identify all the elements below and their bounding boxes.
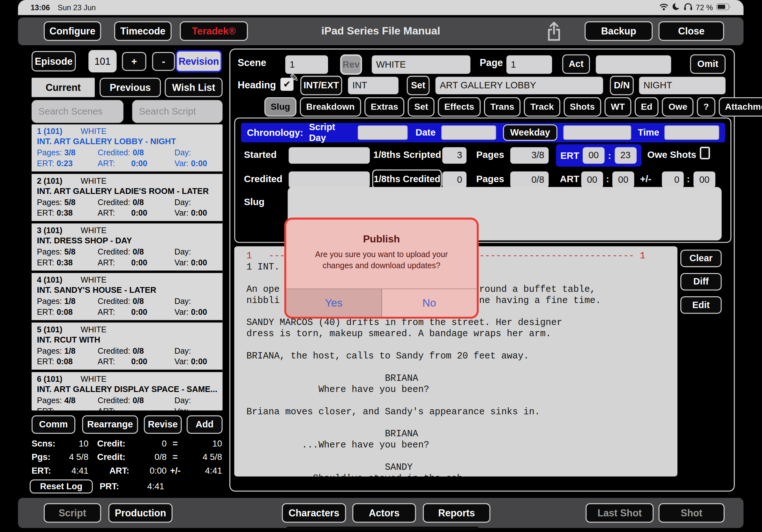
scene-stat-value: 5/8 <box>64 198 76 206</box>
tab-question[interactable]: ? <box>697 97 716 117</box>
diff-button[interactable]: Diff <box>680 273 722 291</box>
credited-field[interactable] <box>289 171 370 188</box>
scene-list-item[interactable]: 5 (101)WHITEINT. RCUT WITHPages:1/8Credi… <box>32 322 223 372</box>
omit-button[interactable]: Omit <box>690 54 725 74</box>
owe-shots-checkbox[interactable] <box>700 147 710 160</box>
clear-button[interactable]: Clear <box>680 250 722 267</box>
close-button[interactable]: Close <box>658 21 724 41</box>
configure-button[interactable]: Configure <box>44 21 101 41</box>
episode-button[interactable]: Episode <box>32 51 76 71</box>
heading-edit-checkbox-icon[interactable]: ✔ ✎ <box>280 78 294 91</box>
int-ext-button[interactable]: INT/EXT <box>300 76 342 96</box>
tab-wish-list[interactable]: Wish List <box>165 78 222 97</box>
tab-owe[interactable]: Owe <box>662 97 694 117</box>
yes-button[interactable]: Yes <box>286 289 382 317</box>
reset-log-button[interactable]: Reset Log <box>30 479 93 494</box>
script-line: Briana moves closer, and Sandy's appeara… <box>246 406 677 418</box>
set-field[interactable]: ART GALLERY LOBBY <box>435 77 603 95</box>
scene-stat-label: Var: <box>175 407 189 411</box>
variance-hours-field[interactable]: 0 <box>662 171 684 188</box>
script-day-label: Script Day <box>309 122 352 143</box>
scene-stats-row: ERT:0:08ART:0:00Var:0:00 <box>37 307 223 317</box>
teradek-button[interactable]: Teradek® <box>180 21 248 41</box>
tab-set[interactable]: Set <box>408 97 434 117</box>
tab-previous[interactable]: Previous <box>100 78 161 97</box>
tab-wt[interactable]: WT <box>605 97 631 117</box>
time-field[interactable] <box>665 125 719 140</box>
bottom-tab-script[interactable]: Script <box>44 503 101 523</box>
tab-ed[interactable]: Ed <box>635 97 659 117</box>
timecode-button[interactable]: Timecode <box>114 21 172 41</box>
scene-title: INT. DRESS SHOP - DAY <box>37 236 223 245</box>
shot-button[interactable]: Shot <box>658 503 725 523</box>
tab-slug[interactable]: Slug <box>264 97 296 117</box>
add-button[interactable]: Add <box>187 415 223 434</box>
revise-button[interactable]: Revise <box>144 415 182 434</box>
eighths-credited-button[interactable]: 1/8ths Credited <box>372 170 442 189</box>
scene-list-item[interactable]: 1 (101)WHITEINT. ART GALLERY LOBBY - NIG… <box>32 124 223 174</box>
no-button[interactable]: No <box>382 289 477 317</box>
tab-attachments[interactable]: Attachments <box>719 97 762 117</box>
scene-stat-cell: ERT:0:08 <box>37 307 98 317</box>
scene-list-item[interactable]: 4 (101)WHITEINT. SANDY'S HOUSE - LATERPa… <box>32 273 223 322</box>
act-button[interactable]: Act <box>562 54 590 74</box>
scene-list-item[interactable]: 3 (101)WHITEINT. DRESS SHOP - DAYPages:5… <box>32 224 223 273</box>
scene-rev-color: WHITE <box>81 226 107 234</box>
characters-button[interactable]: Characters <box>282 503 346 523</box>
share-icon[interactable] <box>546 21 562 44</box>
bottom-tab-production[interactable]: Production <box>109 503 173 523</box>
weekday-button[interactable]: Weekday <box>503 124 558 141</box>
scene-list-item[interactable]: 2 (101)WHITEINT. ART GALLERY LADIE'S ROO… <box>32 174 223 223</box>
last-shot-button[interactable]: Last Shot <box>585 503 653 523</box>
variance-minutes-field[interactable]: 00 <box>693 171 716 188</box>
rev-button[interactable]: Rev <box>340 54 362 75</box>
episode-number-field[interactable]: 101 <box>88 50 116 72</box>
tab-trans[interactable]: Trans <box>484 97 521 117</box>
tab-extras[interactable]: Extras <box>364 97 405 117</box>
chronology-bar: Chronology: Script Day Date Weekday Time <box>241 123 725 142</box>
art-minutes-field[interactable]: 00 <box>612 171 634 188</box>
search-script-input[interactable]: Search Script <box>132 100 222 123</box>
started-field[interactable] <box>289 147 370 164</box>
page-number-field[interactable]: 1 <box>506 55 552 74</box>
scene-stats-row: ERT:0:23ART:0:00Var:0:00 <box>37 159 223 168</box>
scene-stat-cell: ERT:0:38 <box>37 258 98 267</box>
scene-stat-cell: Pages:1/8 <box>37 346 98 356</box>
search-scenes-input[interactable]: Search Scenes <box>32 100 123 123</box>
edit-button[interactable]: Edit <box>680 296 722 314</box>
scene-number: 1 (101) <box>37 127 81 136</box>
script-day-field[interactable] <box>358 125 408 140</box>
revision-button[interactable]: Revision <box>176 50 222 72</box>
tab-current[interactable]: Current <box>32 78 95 97</box>
pages-credited-field[interactable]: 0/8 <box>510 171 549 188</box>
art-hours-field[interactable]: 00 <box>581 171 603 188</box>
set-button[interactable]: Set <box>407 76 430 96</box>
backup-button[interactable]: Backup <box>584 21 652 41</box>
day-night-field[interactable]: NIGHT <box>639 77 725 95</box>
tab-track[interactable]: Track <box>524 97 560 117</box>
episode-minus-button[interactable]: - <box>152 52 175 71</box>
rearrange-button[interactable]: Rearrange <box>82 415 138 434</box>
day-night-button[interactable]: D/N <box>610 76 634 96</box>
tab-breakdown[interactable]: Breakdown <box>300 97 361 117</box>
act-field[interactable] <box>596 55 671 74</box>
date-field[interactable] <box>441 125 496 140</box>
scene-list-item[interactable]: 6 (101)WHITEINT. ART GALLERY DISPLAY SPA… <box>32 372 223 411</box>
int-ext-field[interactable]: INT <box>348 77 398 95</box>
ert-minutes-field[interactable]: 23 <box>615 147 637 164</box>
home-indicator[interactable] <box>286 527 479 530</box>
reports-button[interactable]: Reports <box>423 503 491 523</box>
actors-button[interactable]: Actors <box>352 503 416 523</box>
comm-button[interactable]: Comm <box>32 415 75 434</box>
eighths-credited-field[interactable]: 0 <box>442 171 467 188</box>
eighths-scripted-field[interactable]: 3 <box>442 147 467 164</box>
ert-hours-field[interactable]: 00 <box>583 147 605 164</box>
scene-number-field[interactable]: 1 <box>285 55 328 74</box>
tab-shots[interactable]: Shots <box>564 97 601 117</box>
eighths-scripted-label: 1/8ths Scripted <box>373 149 441 161</box>
episode-plus-button[interactable]: + <box>122 52 146 71</box>
rev-color-field[interactable]: WHITE <box>372 55 470 74</box>
pages-scripted-field[interactable]: 3/8 <box>510 147 549 164</box>
weekday-field[interactable] <box>563 125 632 140</box>
tab-effects[interactable]: Effects <box>438 97 481 117</box>
